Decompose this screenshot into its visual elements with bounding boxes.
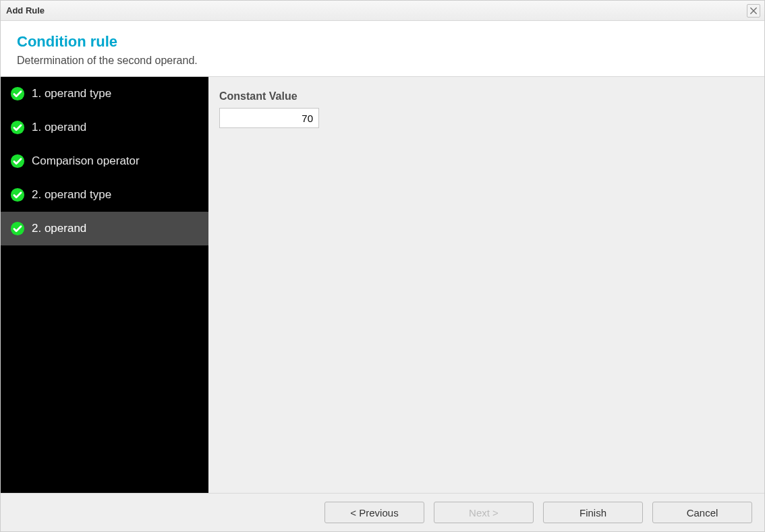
check-circle-icon — [10, 86, 25, 101]
wizard-step-2-operand-type[interactable]: 2. operand type — [1, 178, 208, 212]
wizard-step-1-operand-type[interactable]: 1. operand type — [1, 77, 208, 111]
header-panel: Condition rule Determination of the seco… — [1, 21, 764, 77]
wizard-content: Constant Value — [208, 77, 764, 493]
wizard-body: 1. operand type 1. operand Comparison op… — [1, 77, 764, 494]
wizard-step-label: 2. operand type — [32, 188, 199, 202]
wizard-step-label: 1. operand type — [32, 87, 199, 100]
close-button[interactable] — [747, 4, 760, 18]
wizard-step-1-operand[interactable]: 1. operand — [1, 111, 208, 144]
constant-value-label: Constant Value — [219, 90, 754, 102]
wizard-steps-sidebar: 1. operand type 1. operand Comparison op… — [1, 77, 208, 493]
window-title: Add Rule — [6, 5, 747, 16]
check-circle-icon — [10, 221, 25, 236]
constant-value-input[interactable] — [219, 108, 319, 128]
page-title: Condition rule — [17, 33, 751, 51]
add-rule-dialog: Add Rule Condition rule Determination of… — [0, 0, 765, 532]
close-icon — [749, 6, 758, 16]
check-circle-icon — [10, 154, 25, 169]
finish-button[interactable]: Finish — [543, 502, 643, 523]
wizard-step-comparison-operator[interactable]: Comparison operator — [1, 144, 208, 178]
next-button[interactable]: Next > — [434, 502, 534, 523]
wizard-step-label: 1. operand — [32, 121, 199, 134]
check-circle-icon — [10, 187, 25, 202]
cancel-button[interactable]: Cancel — [652, 502, 752, 523]
wizard-step-label: Comparison operator — [32, 154, 199, 168]
check-circle-icon — [10, 120, 25, 135]
titlebar: Add Rule — [1, 1, 764, 21]
wizard-step-2-operand[interactable]: 2. operand — [1, 212, 208, 245]
previous-button[interactable]: < Previous — [324, 502, 424, 523]
wizard-step-label: 2. operand — [32, 222, 199, 235]
wizard-footer: < Previous Next > Finish Cancel — [1, 494, 764, 531]
page-subtitle: Determination of the second operand. — [17, 55, 751, 67]
